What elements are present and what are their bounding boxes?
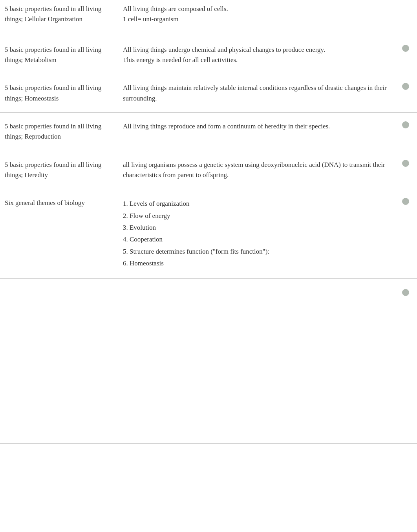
list-item: 4. Cooperation bbox=[123, 234, 390, 245]
definition-text: All living things are composed of cells.… bbox=[123, 5, 228, 23]
term-cell: 5 basic properties found in all living t… bbox=[0, 113, 118, 151]
empty-row bbox=[0, 278, 417, 443]
definition-cell: All living things maintain relatively st… bbox=[118, 74, 397, 113]
term-text: 5 basic properties found in all living t… bbox=[5, 161, 101, 179]
list-item: 5. Structure determines function ("form … bbox=[123, 246, 390, 258]
table-row: 5 basic properties found in all living t… bbox=[0, 74, 417, 113]
definition-cell: All living things are composed of cells.… bbox=[118, 0, 397, 36]
row-icon bbox=[402, 83, 409, 90]
definition-text: all living organisms possess a genetic s… bbox=[123, 161, 385, 179]
definition-text: All living things maintain relatively st… bbox=[123, 84, 387, 102]
icon-cell bbox=[397, 0, 417, 36]
list-item: 2. Flow of energy bbox=[123, 210, 390, 222]
term-text: 5 basic properties found in all living t… bbox=[5, 122, 101, 140]
term-cell: Six general themes of biology bbox=[0, 189, 118, 278]
list-item: 3. Evolution bbox=[123, 222, 390, 234]
term-cell: 5 basic properties found in all living t… bbox=[0, 0, 118, 36]
table-row: 5 basic properties found in all living t… bbox=[0, 151, 417, 189]
term-text: 5 basic properties found in all living t… bbox=[5, 5, 101, 23]
icon-cell bbox=[397, 74, 417, 113]
term-cell: 5 basic properties found in all living t… bbox=[0, 151, 118, 189]
bottom-icon bbox=[402, 289, 409, 296]
list-item: 1. Levels of organization bbox=[123, 198, 390, 210]
term-cell: 5 basic properties found in all living t… bbox=[0, 74, 118, 113]
term-text: 5 basic properties found in all living t… bbox=[5, 84, 101, 102]
definition-cell: 1. Levels of organization2. Flow of ener… bbox=[118, 189, 397, 278]
row-icon bbox=[402, 121, 409, 128]
row-icon bbox=[402, 198, 409, 205]
definition-cell: All living things reproduce and form a c… bbox=[118, 113, 397, 151]
definition-text: All living things undergo chemical and p… bbox=[123, 46, 325, 64]
term-text: Six general themes of biology bbox=[5, 199, 85, 207]
table-row: Six general themes of biology1. Levels o… bbox=[0, 189, 417, 278]
row-icon bbox=[402, 45, 409, 52]
main-table: 5 basic properties found in all living t… bbox=[0, 0, 417, 444]
icon-cell bbox=[397, 189, 417, 278]
list-item: 6. Homeostasis bbox=[123, 258, 390, 269]
definition-cell: all living organisms possess a genetic s… bbox=[118, 151, 397, 189]
row-icon bbox=[402, 160, 409, 167]
table-row: 5 basic properties found in all living t… bbox=[0, 0, 417, 36]
icon-cell bbox=[397, 151, 417, 189]
term-cell: 5 basic properties found in all living t… bbox=[0, 36, 118, 74]
definition-text: All living things reproduce and form a c… bbox=[123, 122, 330, 130]
table-row: 5 basic properties found in all living t… bbox=[0, 113, 417, 151]
definition-cell: All living things undergo chemical and p… bbox=[118, 36, 397, 74]
icon-cell bbox=[397, 113, 417, 151]
table-row: 5 basic properties found in all living t… bbox=[0, 36, 417, 74]
term-text: 5 basic properties found in all living t… bbox=[5, 46, 101, 64]
icon-cell bbox=[397, 36, 417, 74]
